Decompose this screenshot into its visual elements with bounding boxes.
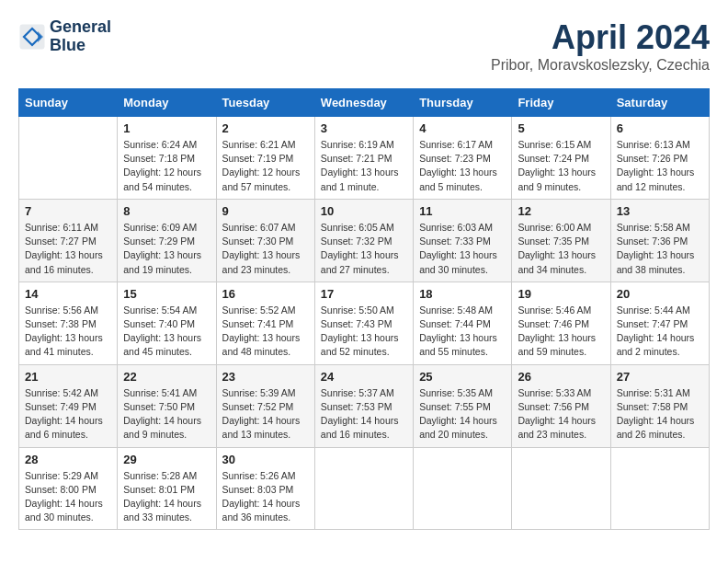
calendar-cell: 4Sunrise: 6:17 AM Sunset: 7:23 PM Daylig…: [414, 117, 512, 200]
location: Pribor, Moravskoslezsky, Czechia: [491, 57, 710, 74]
day-header-sunday: Sunday: [19, 89, 118, 117]
day-number: 29: [123, 453, 210, 466]
day-info: Sunrise: 5:28 AM Sunset: 8:01 PM Dayligh…: [123, 469, 210, 525]
day-header-thursday: Thursday: [414, 89, 512, 117]
calendar-cell: 29Sunrise: 5:28 AM Sunset: 8:01 PM Dayli…: [118, 447, 216, 530]
logo-line1: General: [50, 18, 111, 37]
calendar-cell: [512, 447, 610, 530]
week-row-5: 28Sunrise: 5:29 AM Sunset: 8:00 PM Dayli…: [19, 447, 710, 530]
day-info: Sunrise: 5:41 AM Sunset: 7:50 PM Dayligh…: [123, 386, 210, 442]
day-info: Sunrise: 6:07 AM Sunset: 7:30 PM Dayligh…: [222, 221, 309, 277]
day-header-monday: Monday: [118, 89, 216, 117]
calendar-cell: 11Sunrise: 6:03 AM Sunset: 7:33 PM Dayli…: [414, 199, 512, 282]
calendar-cell: 30Sunrise: 5:26 AM Sunset: 8:03 PM Dayli…: [216, 447, 314, 530]
day-number: 13: [617, 204, 703, 218]
day-number: 5: [518, 121, 604, 135]
day-number: 17: [321, 287, 407, 301]
day-header-wednesday: Wednesday: [314, 89, 413, 117]
day-number: 30: [222, 453, 309, 466]
day-info: Sunrise: 5:31 AM Sunset: 7:58 PM Dayligh…: [617, 386, 703, 442]
day-number: 6: [617, 121, 703, 135]
day-number: 20: [617, 287, 703, 301]
calendar-cell: 18Sunrise: 5:48 AM Sunset: 7:44 PM Dayli…: [414, 282, 512, 364]
day-number: 23: [222, 370, 309, 384]
calendar-cell: 24Sunrise: 5:37 AM Sunset: 7:53 PM Dayli…: [314, 364, 413, 447]
day-number: 18: [419, 287, 506, 301]
day-info: Sunrise: 5:56 AM Sunset: 7:38 PM Dayligh…: [25, 304, 111, 360]
calendar-cell: 7Sunrise: 6:11 AM Sunset: 7:27 PM Daylig…: [19, 199, 118, 282]
day-number: 12: [518, 204, 604, 218]
day-info: Sunrise: 5:58 AM Sunset: 7:36 PM Dayligh…: [617, 221, 703, 277]
day-number: 2: [222, 121, 309, 135]
day-number: 14: [25, 287, 111, 301]
calendar-cell: 21Sunrise: 5:42 AM Sunset: 7:49 PM Dayli…: [19, 364, 118, 447]
calendar-cell: 5Sunrise: 6:15 AM Sunset: 7:24 PM Daylig…: [512, 117, 610, 200]
day-number: 9: [222, 204, 309, 218]
calendar-cell: 14Sunrise: 5:56 AM Sunset: 7:38 PM Dayli…: [19, 282, 118, 364]
calendar-cell: 19Sunrise: 5:46 AM Sunset: 7:46 PM Dayli…: [512, 282, 610, 364]
day-info: Sunrise: 5:33 AM Sunset: 7:56 PM Dayligh…: [518, 386, 604, 442]
calendar-cell: [19, 117, 118, 200]
day-info: Sunrise: 6:24 AM Sunset: 7:18 PM Dayligh…: [123, 138, 210, 194]
day-number: 1: [123, 121, 210, 135]
day-info: Sunrise: 5:52 AM Sunset: 7:41 PM Dayligh…: [222, 304, 309, 360]
day-number: 3: [321, 121, 407, 135]
day-number: 11: [419, 204, 506, 218]
calendar-cell: 27Sunrise: 5:31 AM Sunset: 7:58 PM Dayli…: [610, 364, 709, 447]
day-number: 21: [25, 370, 111, 384]
day-info: Sunrise: 5:39 AM Sunset: 7:52 PM Dayligh…: [222, 386, 309, 442]
day-info: Sunrise: 5:54 AM Sunset: 7:40 PM Dayligh…: [123, 304, 210, 360]
calendar-cell: 22Sunrise: 5:41 AM Sunset: 7:50 PM Dayli…: [118, 364, 216, 447]
day-info: Sunrise: 5:42 AM Sunset: 7:49 PM Dayligh…: [25, 386, 111, 442]
week-row-2: 7Sunrise: 6:11 AM Sunset: 7:27 PM Daylig…: [19, 199, 710, 282]
calendar-cell: 9Sunrise: 6:07 AM Sunset: 7:30 PM Daylig…: [216, 199, 314, 282]
calendar-cell: 17Sunrise: 5:50 AM Sunset: 7:43 PM Dayli…: [314, 282, 413, 364]
day-info: Sunrise: 5:48 AM Sunset: 7:44 PM Dayligh…: [419, 304, 506, 360]
calendar-cell: 12Sunrise: 6:00 AM Sunset: 7:35 PM Dayli…: [512, 199, 610, 282]
day-header-saturday: Saturday: [610, 89, 709, 117]
day-number: 24: [321, 370, 407, 384]
title-area: April 2024 Pribor, Moravskoslezsky, Czec…: [491, 18, 710, 74]
calendar-cell: 1Sunrise: 6:24 AM Sunset: 7:18 PM Daylig…: [118, 117, 216, 200]
day-number: 7: [25, 204, 111, 218]
day-info: Sunrise: 6:13 AM Sunset: 7:26 PM Dayligh…: [617, 138, 703, 194]
week-row-4: 21Sunrise: 5:42 AM Sunset: 7:49 PM Dayli…: [19, 364, 710, 447]
logo: General Blue: [18, 18, 111, 55]
day-number: 22: [123, 370, 210, 384]
calendar-cell: 20Sunrise: 5:44 AM Sunset: 7:47 PM Dayli…: [610, 282, 709, 364]
calendar-cell: 15Sunrise: 5:54 AM Sunset: 7:40 PM Dayli…: [118, 282, 216, 364]
week-row-1: 1Sunrise: 6:24 AM Sunset: 7:18 PM Daylig…: [19, 117, 710, 200]
day-header-tuesday: Tuesday: [216, 89, 314, 117]
day-number: 25: [419, 370, 506, 384]
logo-line2: Blue: [50, 37, 111, 55]
day-info: Sunrise: 5:29 AM Sunset: 8:00 PM Dayligh…: [25, 469, 111, 525]
day-info: Sunrise: 6:05 AM Sunset: 7:32 PM Dayligh…: [321, 221, 407, 277]
month-title: April 2024: [491, 18, 710, 57]
day-number: 19: [518, 287, 604, 301]
days-header-row: SundayMondayTuesdayWednesdayThursdayFrid…: [19, 89, 710, 117]
day-number: 15: [123, 287, 210, 301]
calendar-cell: [314, 447, 413, 530]
calendar-cell: 26Sunrise: 5:33 AM Sunset: 7:56 PM Dayli…: [512, 364, 610, 447]
calendar-table: SundayMondayTuesdayWednesdayThursdayFrid…: [18, 88, 710, 530]
day-number: 28: [25, 453, 111, 466]
calendar-cell: 25Sunrise: 5:35 AM Sunset: 7:55 PM Dayli…: [414, 364, 512, 447]
day-info: Sunrise: 6:19 AM Sunset: 7:21 PM Dayligh…: [321, 138, 407, 194]
day-info: Sunrise: 6:00 AM Sunset: 7:35 PM Dayligh…: [518, 221, 604, 277]
calendar-cell: 2Sunrise: 6:21 AM Sunset: 7:19 PM Daylig…: [216, 117, 314, 200]
day-info: Sunrise: 6:17 AM Sunset: 7:23 PM Dayligh…: [419, 138, 506, 194]
calendar-cell: [414, 447, 512, 530]
calendar-cell: [610, 447, 709, 530]
calendar-cell: 3Sunrise: 6:19 AM Sunset: 7:21 PM Daylig…: [314, 117, 413, 200]
day-header-friday: Friday: [512, 89, 610, 117]
day-number: 26: [518, 370, 604, 384]
day-info: Sunrise: 6:09 AM Sunset: 7:29 PM Dayligh…: [123, 221, 210, 277]
day-info: Sunrise: 6:11 AM Sunset: 7:27 PM Dayligh…: [25, 221, 111, 277]
logo-icon: [18, 23, 46, 51]
day-info: Sunrise: 6:21 AM Sunset: 7:19 PM Dayligh…: [222, 138, 309, 194]
day-info: Sunrise: 5:35 AM Sunset: 7:55 PM Dayligh…: [419, 386, 506, 442]
day-number: 10: [321, 204, 407, 218]
calendar-cell: 6Sunrise: 6:13 AM Sunset: 7:26 PM Daylig…: [610, 117, 709, 200]
page-header: General Blue April 2024 Pribor, Moravsko…: [18, 18, 710, 74]
day-info: Sunrise: 5:37 AM Sunset: 7:53 PM Dayligh…: [321, 386, 407, 442]
